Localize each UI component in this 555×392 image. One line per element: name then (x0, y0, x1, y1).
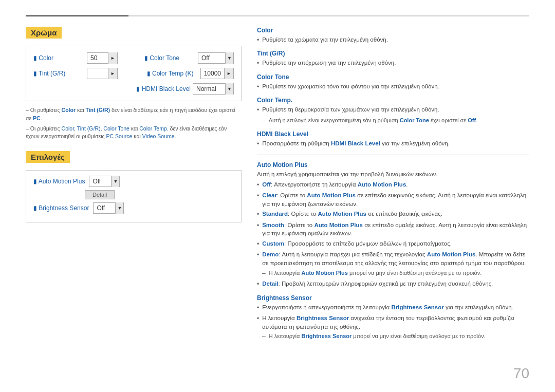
detail-row: Detail (85, 190, 234, 199)
tint-item: ▮ Tint (G/R) ► (33, 68, 118, 79)
color-value-box[interactable]: 50 ► (87, 52, 118, 64)
brightness-value: Off (94, 204, 115, 212)
right-amp-title: Auto Motion Plus (257, 161, 529, 169)
colortone-value: Off (198, 54, 225, 62)
options-box: ▮ Auto Motion Plus Off ▼ Detail ▮ Bright… (26, 170, 242, 222)
options-section-header: Επιλογές (26, 151, 70, 163)
colortone-dropdown[interactable]: Off ▼ (198, 52, 234, 64)
color-label: ▮ Color (33, 54, 85, 62)
note-1: – Οι ρυθμίσεις Color και Tint (G/R) δεν … (26, 106, 242, 123)
colortone-item: ▮ Color Tone Off ▼ (144, 52, 234, 64)
right-colortone-text: • Ρυθμίστε τον χρωματικό τόνο του φόντου… (257, 82, 529, 91)
hdmi-label: ▮ HDMI Black Level (136, 85, 191, 92)
brightness-arrow[interactable]: ▼ (115, 202, 123, 214)
detail-button[interactable]: Detail (85, 190, 115, 199)
amp-bullet-off: • Off: Απενεργοποιήστε τη λειτουργία Aut… (257, 180, 529, 190)
amp-bullet-clear: • Clear: Ορίστε το Auto Motion Plus σε ε… (257, 191, 529, 208)
colortone-arrow[interactable]: ▼ (225, 52, 233, 64)
right-column: Color • Ρυθμίστε τα χρώματα για την επιλ… (257, 27, 529, 343)
brightness-dropdown[interactable]: Off ▼ (93, 202, 124, 214)
tint-label: ▮ Tint (G/R) (33, 70, 85, 77)
colortemp-value: 10000 (201, 70, 224, 77)
colortemp-item: ▮ Color Temp (K) 10000 ► (147, 68, 234, 79)
brightness-row: ▮ Brightness Sensor Off ▼ (33, 202, 234, 214)
chroma-settings-box: ▮ Color 50 ► ▮ Color Tone Off ▼ (26, 46, 242, 101)
hdmi-dropdown[interactable]: Normal ▼ (193, 83, 234, 95)
brightness-bullet-2: • Η λειτουργία Brightness Sensor ανιχνεύ… (257, 314, 529, 331)
amp-note: – Η λειτουργία Auto Motion Plus μπορεί ν… (262, 269, 529, 278)
right-brightness-title: Brightness Sensor (257, 294, 529, 302)
hdmi-arrow[interactable]: ▼ (225, 83, 233, 95)
separator (257, 155, 529, 155)
chroma-notes: – Οι ρυθμίσεις Color και Tint (G/R) δεν … (26, 106, 242, 141)
right-color-title: Color (257, 27, 529, 34)
note-2: – Οι ρυθμίσεις Color, Tint (G/R), Color … (26, 125, 242, 141)
color-item: ▮ Color 50 ► (33, 52, 118, 64)
brightness-note: – Η λειτουργία Brightness Sensor μπορεί … (262, 332, 529, 341)
hdmi-value: Normal (193, 85, 225, 92)
amp-bullet-smooth: • Smooth: Ορίστε το Auto Motion Plus σε … (257, 221, 529, 238)
colortone-label: ▮ Color Tone (144, 54, 196, 62)
hdmi-item: ▮ HDMI Black Level Normal ▼ (136, 83, 234, 95)
amp-value: Off (89, 178, 111, 185)
right-colortone-title: Color Tone (257, 73, 529, 81)
amp-label: ▮ Auto Motion Plus (33, 178, 85, 185)
right-tint-title: Tint (G/R) (257, 50, 529, 57)
tint-value-box[interactable]: ► (87, 68, 118, 79)
amp-bullet-demo: • Demo: Αυτή η λειτουργία παρέχει μια επ… (257, 250, 529, 267)
color-value: 50 (87, 54, 108, 62)
detail-bullet: • Detail: Προβολή λεπτομερών πληροφοριών… (257, 279, 529, 289)
page-number: 70 (513, 365, 529, 382)
colortemp-label: ▮ Color Temp (K) (147, 70, 198, 77)
right-hdmi-text: • Προσαρμόστε τη ρύθμιση HDMI Black Leve… (257, 139, 529, 148)
brightness-bullet-1: • Ενεργοποιήστε ή απενεργοποιήστε τη λει… (257, 303, 529, 312)
amp-bullet-custom: • Custom: Προσαρμόστε το επίπεδο μόνιμων… (257, 239, 529, 249)
top-divider (26, 15, 529, 16)
right-amp-intro: Αυτή η επιλογή χρησιμοποιείται για την π… (257, 170, 529, 179)
options-section: Επιλογές ▮ Auto Motion Plus Off ▼ Detail (26, 151, 242, 222)
brightness-label: ▮ Brightness Sensor (33, 204, 89, 212)
amp-row: ▮ Auto Motion Plus Off ▼ (33, 176, 234, 187)
right-tint-text: • Ρυθμίστε την απόχρωση για την επιλεγμέ… (257, 59, 529, 68)
chroma-section-header: Χρώμα (26, 27, 62, 39)
tint-arrow[interactable]: ► (108, 68, 117, 79)
color-colortone-row: ▮ Color 50 ► ▮ Color Tone Off ▼ (33, 52, 234, 64)
hdmi-row: ▮ HDMI Black Level Normal ▼ (33, 83, 234, 95)
right-colortemp-note: – Αυτή η επιλογή είναι ενεργοποιημένη εά… (262, 117, 529, 125)
colortemp-arrow[interactable]: ► (224, 68, 233, 79)
colortemp-value-box[interactable]: 10000 ► (200, 68, 234, 79)
right-colortemp-text: • Ρυθμίστε τη θερμοκρασία των χρωμάτων γ… (257, 105, 529, 115)
amp-dropdown[interactable]: Off ▼ (89, 176, 120, 187)
amp-arrow[interactable]: ▼ (111, 176, 119, 187)
color-arrow[interactable]: ► (108, 52, 117, 64)
left-column: Χρώμα ▮ Color 50 ► (26, 27, 242, 343)
tint-colortemp-row: ▮ Tint (G/R) ► ▮ Color Temp (K) 10000 (33, 68, 234, 79)
amp-bullet-standard: • Standard: Ορίστε το Auto Motion Plus σ… (257, 210, 529, 219)
right-colortemp-title: Color Temp. (257, 97, 529, 104)
right-hdmi-title: HDMI Black Level (257, 130, 529, 138)
right-color-text: • Ρυθμίστε τα χρώματα για την επιλεγμένη… (257, 35, 529, 45)
